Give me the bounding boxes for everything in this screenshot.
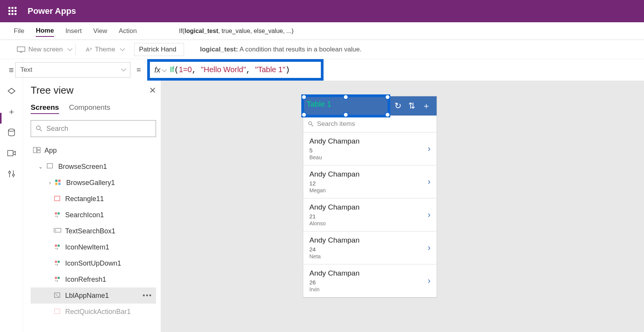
list-item[interactable]: Andy Champan 12 Megan › <box>303 165 437 198</box>
list-item[interactable]: Andy Champan 21 Alonso › <box>303 198 437 231</box>
tree-item-browsegallery1[interactable]: › BrowseGallery1 <box>31 175 156 191</box>
tree-item-rectangle11[interactable]: Rectangle11 <box>31 191 156 207</box>
control-icon: +z <box>54 260 61 267</box>
control-icon: +z <box>54 211 61 218</box>
formula-bar: Text = fx If(1=0, "Hello World", "Table … <box>0 59 644 81</box>
tree-item-label: IconNewItem1 <box>65 243 109 251</box>
app-search-input[interactable]: Search items <box>303 116 437 132</box>
font-selector[interactable]: Patrick Hand <box>134 43 184 56</box>
media-icon[interactable] <box>7 148 16 158</box>
tree-view-icon[interactable] <box>7 86 16 96</box>
tree-item-iconrefresh1[interactable]: +z IconRefresh1 <box>31 271 156 287</box>
tree-item-iconnewitem1[interactable]: +z IconNewItem1 <box>31 239 156 255</box>
ribbon-toolbar: New screen Aᵃ Theme Patrick Hand logical… <box>0 40 644 59</box>
refresh-icon[interactable]: ↻ <box>394 101 401 111</box>
tree-item-label: IconSortUpDown1 <box>65 259 121 268</box>
tree-tabs: Screens Components <box>31 103 156 114</box>
theme-button[interactable]: Aᵃ Theme <box>82 43 128 56</box>
svg-rect-15 <box>58 180 61 182</box>
app-icon <box>33 147 41 154</box>
search-icon <box>308 121 314 127</box>
tools-icon[interactable] <box>7 169 16 179</box>
theme-label: Theme <box>95 46 115 53</box>
add-icon[interactable]: ＋ <box>422 100 430 112</box>
insert-icon[interactable]: ＋ <box>7 107 16 117</box>
shape-icon <box>54 308 61 315</box>
screen-icon <box>17 46 25 53</box>
formula-signature-hint: If(logical_test, true_value, else_value,… <box>179 28 639 35</box>
svg-rect-33 <box>54 293 60 297</box>
list-item[interactable]: Andy Champan 5 Beau › <box>303 132 437 165</box>
svg-rect-18 <box>54 196 60 201</box>
item-subtitle: Neta <box>309 253 360 259</box>
sort-icon[interactable]: ⇅ <box>408 101 415 111</box>
item-name: Andy Champan <box>309 236 360 244</box>
tree-item-textsearchbox1[interactable]: TextSearchBox1 <box>31 223 156 239</box>
tree-view-panel: Tree view ✕ Screens Components Search Ap… <box>23 81 161 332</box>
item-number: 12 <box>309 180 360 187</box>
equals-sign: = <box>136 66 141 74</box>
app-preview: ↻ ⇅ ＋ Search items Andy Champan 5 Beau ›… <box>303 96 437 298</box>
svg-rect-14 <box>55 180 58 182</box>
tab-view[interactable]: View <box>93 26 107 36</box>
gallery-icon <box>55 179 62 186</box>
top-bar: Power Apps <box>0 0 644 22</box>
data-icon[interactable] <box>7 127 16 137</box>
svg-rect-0 <box>17 47 25 51</box>
tree-item-label: TextSearchBox1 <box>65 227 115 235</box>
more-icon[interactable]: ••• <box>143 292 156 300</box>
tree-item-lblappname1[interactable]: LblAppName1 ••• <box>31 287 156 304</box>
svg-rect-3 <box>8 150 13 156</box>
tree-item-searchicon1[interactable]: +z SearchIcon1 <box>31 207 156 223</box>
app-title-label[interactable]: Table 1 <box>307 100 332 109</box>
tree-item-browsescreen1[interactable]: ⌄ BrowseScreen1 <box>31 159 156 175</box>
fx-icon[interactable]: fx <box>154 66 166 74</box>
label-icon <box>54 292 61 299</box>
app-launcher-icon[interactable] <box>8 7 17 15</box>
chevron-right-icon: › <box>428 144 430 154</box>
tree-item-app[interactable]: App <box>31 142 156 159</box>
tab-file[interactable]: File <box>14 26 24 36</box>
tab-action[interactable]: Action <box>119 26 137 36</box>
tab-insert[interactable]: Insert <box>66 26 82 36</box>
item-subtitle: Alonso <box>309 220 360 226</box>
list-item[interactable]: Andy Champan 24 Neta › <box>303 231 437 264</box>
svg-text:+z: +z <box>55 279 58 282</box>
tree-item-iconsortupdown1[interactable]: +z IconSortUpDown1 <box>31 255 156 271</box>
tree-item-label: SearchIcon1 <box>65 211 104 219</box>
tab-home[interactable]: Home <box>36 25 54 37</box>
tab-screens[interactable]: Screens <box>31 103 59 114</box>
chevron-right-icon: › <box>428 243 430 253</box>
svg-rect-35 <box>54 309 60 314</box>
close-icon[interactable]: ✕ <box>149 86 156 96</box>
chevron-down-icon: ⌄ <box>38 164 43 170</box>
tree-item-label: App <box>44 147 57 155</box>
svg-text:+z: +z <box>55 247 58 250</box>
new-screen-button[interactable]: New screen <box>13 43 76 56</box>
tree-item-label: IconRefresh1 <box>65 276 106 284</box>
item-subtitle: Beau <box>309 154 360 160</box>
svg-rect-10 <box>33 147 36 153</box>
property-selector[interactable]: Text <box>15 62 130 78</box>
screen-icon <box>47 163 54 170</box>
list-item[interactable]: Andy Champan 26 Irvin › <box>303 264 437 297</box>
tree-search-input[interactable]: Search <box>31 120 156 137</box>
tree-item-label: Rectangle11 <box>65 195 104 203</box>
param-description: logical_test: A condition that results i… <box>200 46 644 53</box>
svg-text:+z: +z <box>55 263 58 266</box>
tree-view-title: Tree view <box>31 84 74 96</box>
chevron-right-icon: › <box>428 210 430 220</box>
svg-rect-16 <box>55 183 58 185</box>
tree-item-rectquickactionbar1[interactable]: RectQuickActionBar1 <box>31 304 156 320</box>
ribbon-tabs: File Home Insert View Action If(logical_… <box>0 22 644 40</box>
brand-title: Power Apps <box>28 6 76 16</box>
chevron-right-icon: › <box>428 177 430 187</box>
item-number: 5 <box>309 147 360 154</box>
hamburger-icon[interactable]: ≡ <box>7 65 16 75</box>
chevron-down-icon <box>66 46 72 53</box>
formula-input-highlight: fx If(1=0, "Hello World", "Table 1") <box>147 59 324 81</box>
svg-line-34 <box>56 294 59 297</box>
formula-text[interactable]: If(1=0, "Hello World", "Table 1") <box>170 65 290 74</box>
svg-point-7 <box>12 174 14 176</box>
tab-components[interactable]: Components <box>69 103 110 114</box>
